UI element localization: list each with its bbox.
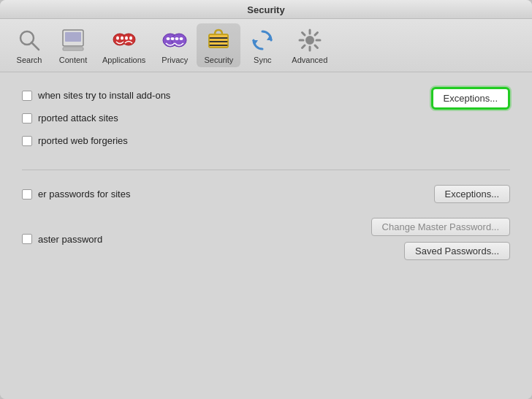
forgeries-row: rported web forgeries [22,132,170,149]
toolbar-item-privacy[interactable]: Privacy [153,23,197,67]
sync-icon [248,26,276,54]
svg-line-32 [302,45,305,48]
saved-passwords-button[interactable]: Saved Passwords... [404,242,510,260]
security-icon [205,26,232,54]
title-bar: Security [0,0,532,19]
forgeries-checkbox[interactable] [22,136,32,146]
svg-point-9 [125,37,128,40]
addons-text-col: when sites try to install add-ons rporte… [22,87,170,149]
search-icon [15,26,43,54]
advanced-icon [296,26,324,54]
toolbar-item-sync[interactable]: Sync [240,23,284,67]
svg-point-8 [121,37,123,40]
toolbar-label-search: Search [17,56,42,64]
toolbar-item-applications[interactable]: Applications [95,23,153,67]
svg-line-1 [31,42,39,50]
window-title: Security [247,4,284,15]
toolbar-item-search[interactable]: Search [7,23,51,67]
svg-point-10 [129,37,132,40]
content-icon [59,26,87,54]
toolbar-item-security[interactable]: Security [197,23,240,67]
content-area: when sites try to install add-ons rporte… [0,72,532,399]
toolbar-label-applications: Applications [102,56,145,64]
browser-window: Security Search Content [0,0,532,399]
svg-point-14 [171,37,175,40]
passwords-checkbox-row: er passwords for sites [22,186,130,202]
privacy-icon [161,26,189,54]
change-master-button[interactable]: Change Master Password... [371,218,510,236]
svg-point-6 [122,34,135,45]
exceptions-passwords-button[interactable]: Exceptions... [434,185,510,203]
attack-sites-checkbox[interactable] [22,113,32,123]
master-pw-buttons: Change Master Password... Saved Password… [371,218,510,260]
addons-section: when sites try to install add-ons rporte… [22,87,510,155]
toolbar-label-content: Content [59,56,88,64]
svg-point-7 [116,37,119,40]
toolbar: Search Content [0,19,532,72]
svg-line-29 [302,33,305,36]
forgeries-text: rported web forgeries [38,135,128,146]
addons-row-text: when sites try to install add-ons [38,90,170,101]
exceptions-highlighted-container: Exceptions... [431,87,510,110]
passwords-row-text: er passwords for sites [38,189,130,200]
master-pw-checkbox[interactable] [22,234,32,244]
addons-checkbox[interactable] [22,91,32,101]
passwords-row: er passwords for sites Exceptions... [22,178,510,210]
attack-sites-row: rported attack sites [22,110,170,126]
toolbar-label-security: Security [204,56,233,64]
svg-line-31 [315,33,318,36]
passwords-checkbox[interactable] [22,189,32,200]
section-divider [22,170,510,170]
attack-sites-text: rported attack sites [38,113,118,123]
master-pw-text: aster password [38,234,102,245]
addons-checkbox-row: when sites try to install add-ons [22,87,170,104]
toolbar-label-sync: Sync [254,56,271,64]
addons-row: when sites try to install add-ons rporte… [22,87,510,149]
svg-line-30 [315,45,318,48]
exceptions-highlighted-button[interactable]: Exceptions... [431,87,510,110]
master-pw-checkbox-row: aster password [22,231,102,248]
toolbar-item-content[interactable]: Content [51,23,95,67]
toolbar-label-privacy: Privacy [162,56,188,64]
master-password-row: aster password Change Master Password...… [22,210,510,267]
toolbar-label-advanced: Advanced [292,56,327,64]
toolbar-item-advanced[interactable]: Advanced [284,23,335,67]
svg-point-15 [175,37,179,40]
passwords-section: er passwords for sites Exceptions... ast… [22,178,510,267]
svg-rect-3 [65,32,81,42]
svg-point-13 [167,37,170,40]
svg-rect-4 [63,48,83,50]
svg-point-16 [180,37,183,40]
applications-icon [110,26,138,54]
